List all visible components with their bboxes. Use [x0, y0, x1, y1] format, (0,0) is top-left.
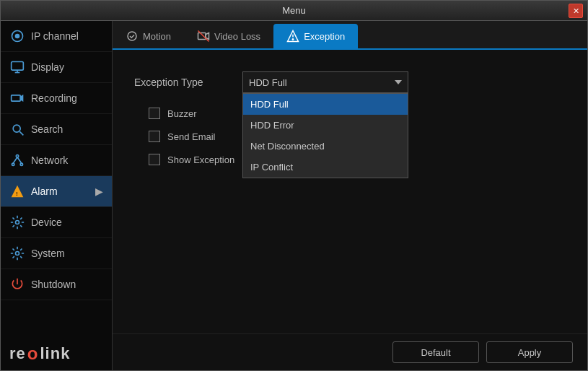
svg-point-7: [13, 125, 20, 132]
svg-point-10: [12, 163, 14, 165]
svg-rect-5: [12, 95, 21, 101]
window-title: Menu: [282, 5, 306, 16]
dropdown-arrow-icon: [395, 80, 402, 84]
dropdown-option-hdd-full[interactable]: HDD Full: [243, 94, 408, 115]
send-email-checkbox[interactable]: [149, 131, 160, 142]
title-bar: Menu ✕: [1, 1, 587, 21]
logo-text: re: [9, 344, 26, 363]
footer: Default Apply: [113, 333, 587, 370]
svg-point-9: [16, 155, 18, 157]
sidebar-item-device[interactable]: Device: [1, 207, 112, 238]
sidebar-item-ip-channel[interactable]: IP channel: [1, 21, 112, 52]
sidebar-item-recording[interactable]: Recording: [1, 83, 112, 114]
dropdown-button[interactable]: HDD Full: [242, 71, 408, 93]
dropdown-option-ip-conflict[interactable]: IP Conflict: [243, 157, 408, 178]
sidebar-item-label: Alarm: [31, 186, 58, 197]
logo-link: link: [40, 344, 70, 363]
tab-video-loss[interactable]: Video Loss: [184, 24, 273, 48]
sidebar-item-label: Display: [31, 61, 64, 73]
svg-point-16: [16, 221, 19, 224]
send-email-label: Send Email: [167, 131, 215, 142]
tab-motion-label: Motion: [143, 31, 171, 42]
sidebar-item-search[interactable]: Search: [1, 114, 112, 145]
tab-exception-label: Exception: [304, 31, 345, 42]
svg-rect-2: [12, 62, 24, 71]
show-exception-label: Show Exception: [167, 154, 234, 165]
display-icon: [9, 59, 25, 75]
video-loss-tab-icon: [197, 30, 210, 43]
tab-video-loss-label: Video Loss: [214, 31, 260, 42]
network-icon: [9, 152, 25, 168]
svg-point-11: [20, 163, 22, 165]
svg-point-17: [16, 252, 19, 256]
close-button[interactable]: ✕: [569, 4, 583, 18]
sidebar-item-label: Shutdown: [31, 279, 76, 290]
recording-icon: [9, 90, 25, 106]
sidebar-item-network[interactable]: Network: [1, 145, 112, 176]
dropdown-current-value: HDD Full: [249, 77, 287, 88]
page-content: Exception Type HDD Full HDD Full HDD Err…: [113, 50, 587, 333]
svg-line-8: [19, 131, 23, 135]
shutdown-icon: [9, 276, 25, 292]
exception-type-label: Exception Type: [134, 77, 228, 88]
sidebar-item-alarm[interactable]: ! Alarm ▶: [1, 176, 112, 207]
sidebar-item-label: Network: [31, 154, 68, 166]
main-layout: IP channel Display Recording: [1, 21, 587, 370]
default-button[interactable]: Default: [392, 341, 479, 363]
sidebar-item-label: System: [31, 248, 65, 259]
svg-point-1: [15, 34, 20, 39]
tab-motion[interactable]: Motion: [113, 24, 184, 48]
main-window: Menu ✕ IP channel Display: [0, 0, 588, 371]
system-icon: [9, 245, 25, 261]
svg-point-18: [128, 32, 136, 40]
dropdown-menu: HDD Full HDD Error Net Disconnected IP C…: [242, 93, 408, 178]
sidebar-item-label: IP channel: [31, 30, 79, 42]
camera-icon: [9, 28, 25, 44]
search-icon: [9, 121, 25, 137]
svg-line-12: [13, 157, 17, 163]
sidebar: IP channel Display Recording: [1, 21, 113, 370]
svg-text:!: !: [16, 191, 17, 196]
show-exception-checkbox[interactable]: [149, 154, 160, 165]
apply-button[interactable]: Apply: [486, 341, 573, 363]
tab-bar: Motion Video Loss Exception: [113, 21, 587, 50]
buzzer-checkbox[interactable]: [149, 108, 160, 119]
svg-point-24: [292, 39, 294, 40]
motion-tab-icon: [126, 30, 139, 43]
dropdown-option-hdd-error[interactable]: HDD Error: [243, 115, 408, 136]
exception-type-row: Exception Type HDD Full HDD Full HDD Err…: [134, 71, 566, 93]
sidebar-item-display[interactable]: Display: [1, 52, 112, 83]
sidebar-item-label: Search: [31, 123, 63, 135]
sidebar-item-shutdown[interactable]: Shutdown: [1, 269, 112, 300]
exception-type-dropdown[interactable]: HDD Full HDD Full HDD Error Net Disconne…: [242, 71, 408, 93]
sidebar-item-label: Device: [31, 217, 62, 228]
exception-tab-icon: [286, 30, 299, 43]
sidebar-item-label: Recording: [31, 92, 77, 104]
svg-line-13: [17, 157, 22, 163]
device-icon: [9, 214, 25, 230]
buzzer-label: Buzzer: [167, 108, 196, 119]
alarm-icon: !: [9, 183, 25, 199]
sidebar-item-system[interactable]: System: [1, 238, 112, 269]
arrow-icon: ▶: [95, 186, 103, 197]
tab-exception[interactable]: Exception: [273, 24, 358, 48]
dropdown-option-net-disconnected[interactable]: Net Disconnected: [243, 136, 408, 157]
content-area: Motion Video Loss Exception Exception Ty…: [113, 21, 587, 370]
logo-dot: o: [27, 345, 39, 362]
logo: reolink: [1, 337, 112, 370]
